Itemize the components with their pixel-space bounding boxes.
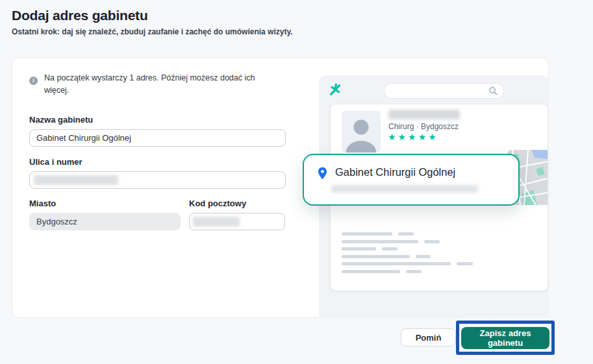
postal-code-value-redacted bbox=[193, 217, 240, 226]
search-icon bbox=[488, 86, 498, 96]
placeholder-line bbox=[342, 240, 440, 243]
skip-button[interactable]: Pomiń bbox=[401, 328, 456, 346]
info-banner-text: Na początek wystarczy 1 adres. Później m… bbox=[44, 72, 273, 97]
avatar bbox=[342, 111, 381, 152]
doctor-name-redacted bbox=[388, 110, 460, 119]
page-title: Dodaj adres gabinetu bbox=[12, 8, 148, 23]
placeholder-line bbox=[342, 247, 397, 250]
office-name-input[interactable] bbox=[29, 129, 286, 147]
callout-office-name: Gabinet Chirurgii Ogólnej bbox=[335, 166, 455, 178]
onboarding-page: Dodaj adres gabinetu Ostatni krok: daj s… bbox=[0, 0, 593, 364]
info-circle-icon bbox=[29, 77, 38, 85]
star-rating: ★★★★★ bbox=[388, 132, 438, 142]
save-button-highlight: Zapisz adres gabinetu bbox=[456, 321, 555, 355]
callout-address-redacted bbox=[331, 185, 478, 193]
placeholder-line bbox=[342, 232, 414, 236]
street-label: Ulica i numer bbox=[29, 157, 82, 167]
page-subtitle: Ostatni krok: daj się znaleźć, zbuduj za… bbox=[12, 27, 293, 36]
preview-search-input bbox=[384, 83, 504, 99]
office-name-label: Nazwa gabinetu bbox=[29, 115, 93, 125]
docplanner-logo-icon bbox=[329, 83, 343, 97]
city-input bbox=[29, 213, 181, 230]
location-pin-icon bbox=[317, 167, 328, 182]
placeholder-line bbox=[342, 255, 431, 258]
address-callout: Gabinet Chirurgii Ogólnej bbox=[303, 154, 520, 206]
postal-code-label: Kod pocztowy bbox=[189, 199, 246, 208]
placeholder-line bbox=[342, 262, 473, 265]
placeholder-line bbox=[342, 270, 422, 273]
city-label: Miasto bbox=[29, 199, 56, 208]
specialty-location-text: Chirurg · Bydgoszcz bbox=[388, 122, 459, 131]
street-value-redacted bbox=[34, 175, 118, 185]
info-banner: Na początek wystarczy 1 adres. Później m… bbox=[29, 72, 276, 97]
save-button[interactable]: Zapisz adres gabinetu bbox=[461, 327, 549, 349]
